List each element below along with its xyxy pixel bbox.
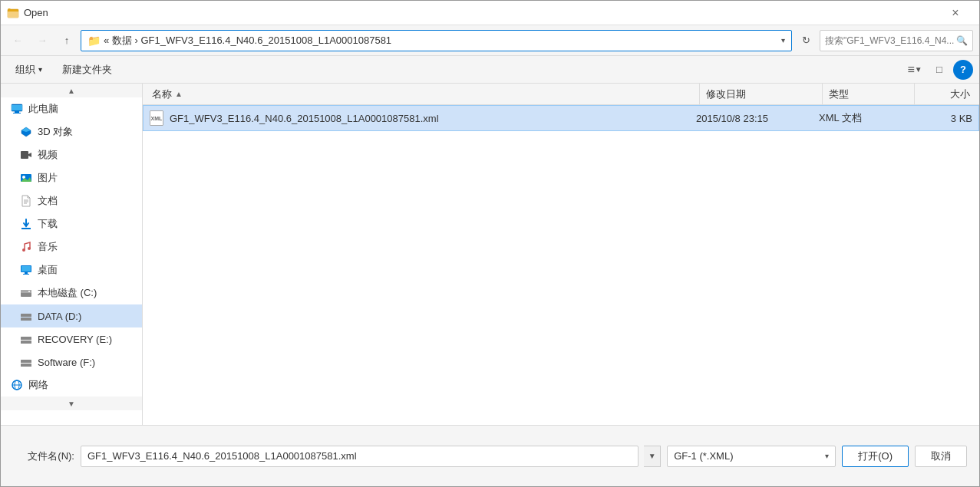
svg-point-18 [28,247,31,250]
organize-button[interactable]: 组织 ▾ [7,60,51,80]
sidebar-item-data[interactable]: DATA (D:) [1,304,142,327]
view-toggle-button[interactable]: ≡ ▼ [904,60,926,80]
svg-rect-1 [8,12,18,18]
toolbar: 组织 ▾ 新建文件夹 ≡ ▼ □ ? [1,56,979,84]
col-name-sort: ▲ [175,90,183,98]
svg-rect-4 [15,111,19,113]
video-icon [19,148,33,162]
svg-rect-8 [21,151,28,159]
svg-rect-3 [12,105,22,110]
sidebar-item-software[interactable]: Software (F:) [1,350,142,373]
main-content: ▲ 此电脑 [1,84,979,425]
up-button[interactable]: ↑ [56,30,78,51]
filetype-arrow: ▾ [825,452,829,460]
sidebar-scroll-up[interactable]: ▲ [1,84,142,97]
sidebar-item-local-disk[interactable]: 本地磁盘 (C:) [1,281,142,304]
file-list-header: 名称 ▲ 修改日期 类型 大小 [143,84,979,105]
file-type: XML 文档 [819,111,911,125]
network-icon [10,378,24,392]
cancel-button[interactable]: 取消 [915,446,967,467]
sidebar-item-download[interactable]: 下载 [1,212,142,235]
sidebar-item-pc[interactable]: 此电脑 [1,97,142,120]
svg-rect-5 [13,113,21,114]
path-text: « 数据 › GF1_WFV3_E116.4_N40.6_20151008_L1… [104,34,778,48]
address-bar: ← → ↑ 📁 « 数据 › GF1_WFV3_E116.4_N40.6_201… [1,25,979,56]
col-date-header[interactable]: 修改日期 [700,84,823,105]
svg-rect-26 [21,314,31,317]
filename-label: 文件名(N): [13,449,74,463]
svg-rect-27 [21,318,31,321]
file-list-area: 名称 ▲ 修改日期 类型 大小 XML GF [143,84,979,425]
file-size: 3 KB [911,113,972,124]
new-folder-label: 新建文件夹 [62,63,112,77]
sidebar-item-document[interactable]: 文档 [1,189,142,212]
sidebar-item-picture[interactable]: 图片 [1,166,142,189]
sidebar-recovery-label: RECOVERY (E:) [38,334,112,345]
organize-label: 组织 [15,63,35,77]
document-icon [19,194,33,208]
col-type-header[interactable]: 类型 [823,84,915,105]
close-button[interactable]: × [938,1,973,25]
col-size-label: 大小 [950,87,970,101]
filename-dropdown-button[interactable]: ▼ [644,446,661,467]
sidebar-network-label: 网络 [28,378,48,392]
col-name-header[interactable]: 名称 ▲ [146,84,700,105]
organize-arrow: ▾ [38,65,42,74]
sidebar-pc-label: 此电脑 [28,102,58,116]
search-icon: 🔍 [956,35,968,46]
pane-toggle-button[interactable]: □ [929,60,950,80]
sidebar-music-label: 音乐 [38,240,58,254]
filename-input[interactable] [81,446,638,467]
dialog-title: Open [24,7,938,18]
sidebar-item-recovery[interactable]: RECOVERY (E:) [1,327,142,350]
svg-rect-20 [21,266,31,271]
view-arrow: ▼ [915,65,922,74]
sidebar-picture-label: 图片 [38,171,58,185]
svg-rect-29 [21,341,31,344]
sidebar-item-video[interactable]: 视频 [1,143,142,166]
table-row[interactable]: XML GF1_WFV3_E116.4_N40.6_20151008_L1A00… [143,105,979,131]
help-button[interactable]: ? [953,60,973,80]
view-icon: ≡ [907,63,914,77]
sidebar-desktop-label: 桌面 [38,263,58,277]
desktop-icon [19,263,33,277]
filetype-select[interactable]: GF-1 (*.XML) ▾ [667,446,836,467]
sidebar-item-network[interactable]: 网络 [1,373,142,397]
local-disk-icon [19,286,33,300]
recovery-icon [19,332,33,346]
forward-button[interactable]: → [31,30,53,51]
sidebar-local-disk-label: 本地磁盘 (C:) [38,286,97,300]
download-icon [19,217,33,231]
sidebar-item-music[interactable]: 音乐 [1,235,142,258]
sidebar-data-label: DATA (D:) [38,311,81,322]
pane-icon: □ [936,64,942,75]
svg-rect-31 [21,364,31,367]
sidebar: ▲ 此电脑 [1,84,143,425]
file-name: GF1_WFV3_E116.4_N40.6_20151008_L1A000108… [170,113,696,124]
path-dropdown-arrow[interactable]: ▾ [778,36,785,44]
path-folder-icon: 📁 [87,35,101,47]
search-input[interactable] [825,35,956,46]
svg-rect-30 [21,360,31,363]
software-icon [19,355,33,369]
col-size-header[interactable]: 大小 [915,84,976,105]
filetype-label: GF-1 (*.XML) [674,450,825,462]
sidebar-item-desktop[interactable]: 桌面 [1,258,142,281]
file-date: 2015/10/8 23:15 [696,113,819,124]
title-bar: Open × [1,1,979,25]
new-folder-button[interactable]: 新建文件夹 [54,60,120,80]
svg-marker-9 [28,153,31,157]
back-button[interactable]: ← [7,30,28,51]
open-dialog: Open × ← → ↑ 📁 « 数据 › GF1_WFV3_E116.4_N4… [0,0,980,487]
refresh-button[interactable]: ↻ [795,30,817,51]
sidebar-software-label: Software (F:) [38,357,95,368]
music-icon [19,240,33,254]
svg-point-25 [28,291,30,292]
sidebar-item-3d[interactable]: 3D 对象 [1,120,142,143]
action-buttons: 打开(O) 取消 [842,446,967,467]
bottom-bar: 文件名(N): ▼ GF-1 (*.XML) ▾ 打开(O) 取消 [1,425,979,486]
open-button[interactable]: 打开(O) [842,446,909,467]
search-box: 🔍 [820,30,973,51]
address-path[interactable]: 📁 « 数据 › GF1_WFV3_E116.4_N40.6_20151008_… [81,30,792,51]
sidebar-scroll-down[interactable]: ▼ [1,397,142,410]
